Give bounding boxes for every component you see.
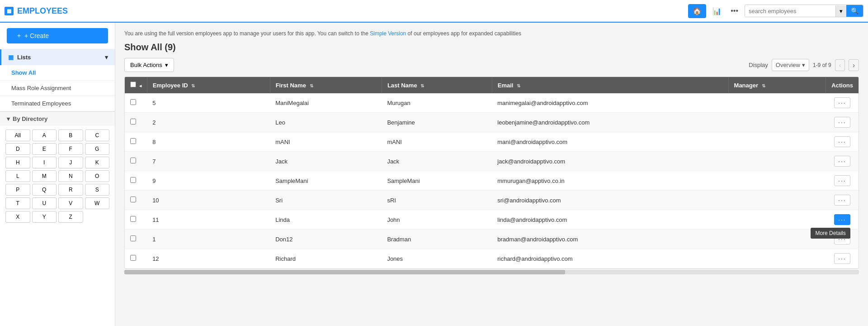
- alpha-btn-r[interactable]: R: [58, 184, 83, 196]
- row-checkbox[interactable]: [130, 158, 136, 163]
- cell-manager: [728, 152, 826, 171]
- col-email[interactable]: Email ⇅: [492, 77, 728, 93]
- lists-section: ▦ Lists ▾ Show All Mass Role Assignment …: [0, 49, 115, 111]
- create-button[interactable]: ＋ + Create: [7, 28, 108, 43]
- row-checkbox[interactable]: [130, 197, 136, 202]
- alpha-btn-m[interactable]: M: [32, 170, 57, 182]
- action-dots-button[interactable]: ···: [834, 195, 850, 206]
- row-checkbox[interactable]: [130, 177, 136, 183]
- display-option-label: Overview: [776, 62, 800, 68]
- bar-chart-button[interactable]: 📊: [710, 4, 724, 18]
- next-page-button[interactable]: ›: [849, 59, 859, 71]
- alpha-btn-n[interactable]: N: [58, 170, 83, 182]
- cell-actions: ···: [826, 191, 859, 210]
- employee-table: ◂ Employee ID ⇅ First Name ⇅ Last Name: [125, 77, 859, 268]
- cell-first-name: ManiMegalai: [270, 93, 382, 113]
- lists-header[interactable]: ▦ Lists ▾: [0, 49, 115, 65]
- col-first-name[interactable]: First Name ⇅: [270, 77, 382, 93]
- table-scrollbar[interactable]: [124, 270, 859, 274]
- cell-manager: [728, 210, 826, 230]
- by-directory-header[interactable]: ▾ By Directory: [0, 111, 115, 126]
- main-content: You are using the full version employees…: [115, 23, 868, 326]
- sidebar-item-show-all[interactable]: Show All: [0, 65, 115, 81]
- row-checkbox[interactable]: [130, 216, 136, 222]
- cell-first-name: Don12: [270, 230, 382, 249]
- display-select[interactable]: Overview ▾: [772, 59, 809, 71]
- alpha-btn-w[interactable]: W: [85, 197, 110, 209]
- action-dots-button-active[interactable]: ···: [834, 214, 850, 225]
- alpha-btn-k[interactable]: K: [85, 157, 110, 168]
- table-row: 12RichardJonesrichard@androidapptivo.com…: [125, 249, 859, 268]
- alpha-btn-h[interactable]: H: [5, 157, 30, 168]
- cell-actions: ···: [826, 93, 859, 113]
- logo-icon: ▦: [5, 7, 14, 15]
- simple-version-link[interactable]: Simple Version: [370, 30, 406, 37]
- row-checkbox[interactable]: [130, 119, 136, 125]
- cell-employee-id: 8: [147, 132, 270, 152]
- alpha-btn-b[interactable]: B: [58, 129, 83, 141]
- alpha-btn-s[interactable]: S: [85, 184, 110, 196]
- alpha-btn-c[interactable]: C: [85, 129, 110, 141]
- sidebar-item-mass-role[interactable]: Mass Role Assignment: [0, 81, 115, 96]
- cell-email: sri@androidapptivo.com: [492, 191, 728, 210]
- chevron-down-icon: ▾: [105, 54, 108, 61]
- select-all-checkbox[interactable]: [130, 82, 136, 87]
- cell-first-name: Leo: [270, 113, 382, 132]
- select-all-header[interactable]: ◂: [125, 77, 147, 93]
- alpha-btn-u[interactable]: U: [32, 197, 57, 209]
- cell-last-name: Jack: [382, 152, 492, 171]
- alpha-btn-t[interactable]: T: [5, 197, 30, 209]
- action-dots-button[interactable]: ···: [834, 175, 850, 186]
- action-dots-button[interactable]: ···: [834, 117, 850, 128]
- row-checkbox[interactable]: [130, 235, 136, 241]
- action-dots-button[interactable]: ···: [834, 156, 850, 167]
- search-dropdown-button[interactable]: ▾: [835, 5, 846, 17]
- cell-first-name: Linda: [270, 210, 382, 230]
- alpha-btn-f[interactable]: F: [58, 143, 83, 155]
- alpha-btn-q[interactable]: Q: [32, 184, 57, 196]
- alpha-btn-l[interactable]: L: [5, 170, 30, 182]
- row-checkbox[interactable]: [130, 255, 136, 261]
- col-last-name[interactable]: Last Name ⇅: [382, 77, 492, 93]
- more-options-button[interactable]: •••: [728, 4, 741, 18]
- cell-first-name: mANI: [270, 132, 382, 152]
- col-employee-id[interactable]: Employee ID ⇅: [147, 77, 270, 93]
- col-manager[interactable]: Manager ⇅: [728, 77, 826, 93]
- table-row: 11LindaJohnlinda@androidapptivo.com···Mo…: [125, 210, 859, 230]
- search-input[interactable]: [745, 5, 835, 17]
- notice-text-before: You are using the full version employees…: [124, 30, 370, 37]
- alpha-btn-z[interactable]: Z: [58, 211, 83, 223]
- action-dots-button[interactable]: ···: [834, 253, 850, 264]
- alpha-btn-p[interactable]: P: [5, 184, 30, 196]
- by-directory-label: By Directory: [13, 115, 47, 122]
- alpha-btn-i[interactable]: I: [32, 157, 57, 168]
- sidebar-item-terminated[interactable]: Terminated Employees: [0, 96, 115, 111]
- action-dots-button[interactable]: ···: [834, 136, 850, 147]
- alpha-btn-g[interactable]: G: [85, 143, 110, 155]
- alpha-btn-a[interactable]: A: [32, 129, 57, 141]
- alpha-btn-y[interactable]: Y: [32, 211, 57, 223]
- cell-email: linda@androidapptivo.com: [492, 210, 728, 230]
- cell-actions: ···: [826, 152, 859, 171]
- alpha-btn-x[interactable]: X: [5, 211, 30, 223]
- home-button[interactable]: 🏠: [688, 4, 706, 18]
- row-checkbox-cell: [125, 132, 147, 152]
- alpha-btn-o[interactable]: O: [85, 170, 110, 182]
- alpha-btn-d[interactable]: D: [5, 143, 30, 155]
- table-row: 2LeoBenjamineleobenjamine@androidapptivo…: [125, 113, 859, 132]
- search-container: ▾ 🔍: [745, 5, 863, 17]
- tooltip-container: ···More Details: [834, 214, 850, 225]
- cell-actions: ···: [826, 249, 859, 268]
- chevron-down-icon-directory: ▾: [7, 115, 10, 122]
- prev-page-button[interactable]: ‹: [835, 59, 845, 71]
- alpha-btn-v[interactable]: V: [58, 197, 83, 209]
- row-checkbox[interactable]: [130, 138, 136, 144]
- alpha-btn-j[interactable]: J: [58, 157, 83, 168]
- bulk-actions-button[interactable]: Bulk Actions ▾: [124, 58, 174, 72]
- search-go-button[interactable]: 🔍: [846, 5, 863, 17]
- alpha-btn-e[interactable]: E: [32, 143, 57, 155]
- alpha-btn-all[interactable]: All: [5, 129, 30, 141]
- action-dots-button[interactable]: ···: [834, 97, 850, 108]
- row-checkbox[interactable]: [130, 99, 136, 105]
- cell-employee-id: 5: [147, 93, 270, 113]
